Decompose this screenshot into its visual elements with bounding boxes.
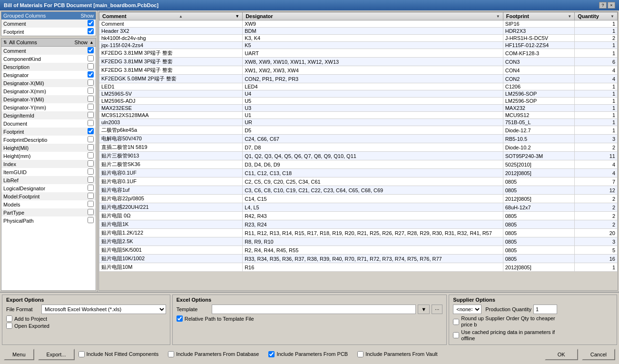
table-row[interactable]: 贴片二极管SK36 D3, D4, D6, D9 5025[2010] 4 (99, 160, 618, 169)
all-col-checkbox[interactable] (88, 55, 94, 61)
file-format-select[interactable]: Microsoft Excel Worksheet (*.xls) (41, 305, 166, 314)
template-browse-btn[interactable]: ··· (432, 305, 442, 314)
table-row[interactable]: hk4100f-dc24v-shg K3, K4 J-HRS1H-S-DC5V … (99, 35, 618, 42)
all-col-checkbox[interactable] (88, 152, 94, 158)
all-col-show[interactable] (86, 208, 96, 216)
open-exported-checkbox[interactable] (6, 323, 12, 329)
include-params-vault-checkbox[interactable] (357, 351, 364, 357)
table-row[interactable]: 贴片电阻5K/5001 R2, R4, R44, R45, R55 0805 5 (99, 246, 618, 255)
close-button[interactable]: × (608, 2, 615, 9)
supplier-select[interactable]: <none> (453, 305, 481, 314)
grouped-col-checkbox[interactable] (88, 20, 94, 26)
grouped-col-show[interactable] (86, 28, 96, 36)
all-col-checkbox[interactable] (88, 63, 94, 69)
all-col-show[interactable] (86, 128, 96, 136)
all-col-checkbox[interactable] (88, 112, 94, 118)
all-col-show[interactable] (86, 55, 96, 63)
all-col-checkbox[interactable] (88, 185, 94, 191)
all-col-checkbox[interactable] (88, 128, 94, 134)
data-table-container[interactable]: Comment ▲ ▼ Designator ▼ (98, 11, 618, 291)
all-col-show[interactable] (86, 103, 96, 111)
table-row[interactable]: KF2EDG 3.81MM 4P端子 整套 XW1, XW2, XW3, XW4… (99, 66, 618, 75)
grouped-col-show[interactable] (86, 20, 96, 28)
table-row[interactable]: MAX232ESE U3 MAX232 1 (99, 105, 618, 112)
all-col-show[interactable] (86, 168, 96, 176)
all-col-show[interactable] (86, 63, 96, 71)
all-col-show[interactable] (86, 200, 96, 208)
template-input[interactable] (212, 305, 416, 314)
cached-pricing-checkbox[interactable] (453, 332, 459, 338)
table-row[interactable]: 贴片电阻1.2K/122 R11, R12, R13, R14, R15, R1… (99, 229, 618, 237)
include-not-fitted-checkbox[interactable] (79, 351, 85, 357)
all-col-show[interactable] (86, 160, 96, 168)
comment-filter-icon[interactable]: ▼ (235, 14, 239, 19)
table-row[interactable]: 贴片电感220UH/221 L4, L5 68uH-12x7 2 (99, 203, 618, 212)
all-col-show[interactable] (86, 144, 96, 152)
all-col-checkbox[interactable] (88, 160, 94, 167)
table-row[interactable]: LED1 LED4 C1206 1 (99, 83, 618, 90)
designator-sort-icon[interactable]: ▼ (496, 14, 500, 19)
table-row[interactable]: KF2EDGK 5.08MM 2P端子 整套 CON2, PR1, PR2, P… (99, 75, 618, 83)
table-row[interactable]: KF2EDG 3.81MM 3P端子 整套 UART COM-KF128-3 1 (99, 49, 618, 58)
help-button[interactable]: ? (599, 2, 607, 9)
export-button[interactable]: Export... (38, 349, 75, 360)
all-col-checkbox[interactable] (88, 209, 94, 215)
window-controls[interactable]: ? × (599, 2, 615, 9)
table-row[interactable]: 贴片电阻10K/1002 R33, R34, R35, R36, R37, R3… (99, 255, 618, 263)
all-col-checkbox[interactable] (88, 96, 94, 102)
all-col-show[interactable] (86, 216, 96, 225)
table-row[interactable]: 直插二极管1N 5819 D7, D8 Diode-10.2 2 (99, 143, 618, 152)
all-col-checkbox[interactable] (88, 71, 94, 78)
table-row[interactable]: 电解电容50V/470 C24, C66, C67 RB5-10.5 3 (99, 135, 618, 143)
footprint-sort-icon[interactable]: ▼ (568, 14, 571, 19)
table-row[interactable]: 贴片电容22p/0805 C14, C15 2012[0805] 2 (99, 195, 618, 203)
all-col-show[interactable] (86, 71, 96, 79)
ok-button[interactable]: OK (545, 349, 578, 360)
table-row[interactable]: Header 3X2 BDM HDR2X3 1 (99, 28, 618, 35)
all-col-show[interactable] (86, 79, 96, 87)
all-col-checkbox[interactable] (88, 177, 94, 183)
th-quantity[interactable]: Quantity ▼ (575, 12, 618, 20)
all-col-show[interactable] (86, 184, 96, 192)
table-row[interactable]: jqx-115f-024-2zs4 K5 HF115F-012-2ZS4 1 (99, 42, 618, 49)
table-row[interactable]: 贴片电阻2.5K R8, R9, R10 0805 3 (99, 237, 618, 246)
table-row[interactable]: Comment XW9 SIP16 1 (99, 20, 618, 28)
all-col-checkbox[interactable] (88, 88, 94, 94)
include-params-pcb-checkbox[interactable] (268, 351, 275, 357)
production-qty-input[interactable] (533, 305, 557, 314)
all-cols-scroll-up[interactable]: ▲ (89, 40, 94, 45)
all-col-show[interactable] (86, 136, 96, 144)
template-dropdown-btn[interactable]: ▼ (418, 305, 430, 314)
all-col-checkbox[interactable] (88, 104, 94, 110)
all-col-show[interactable] (86, 119, 96, 128)
all-col-show[interactable] (86, 192, 96, 200)
relative-path-checkbox[interactable] (177, 315, 183, 322)
all-col-show[interactable] (86, 95, 96, 103)
table-row[interactable]: 贴片三极管9013 Q1, Q2, Q3, Q4, Q5, Q6, Q7, Q8… (99, 152, 618, 160)
all-col-checkbox[interactable] (88, 201, 94, 207)
all-col-checkbox[interactable] (88, 136, 94, 142)
table-row[interactable]: uln2003 UR 751B-05_L 1 (99, 119, 618, 126)
all-col-show[interactable] (86, 87, 96, 95)
table-row[interactable]: 贴片电容0.1UF C11, C12, C13, C18 2012[0805] … (99, 169, 618, 177)
add-to-project-checkbox[interactable] (6, 315, 12, 322)
table-row[interactable]: 贴片电阻10M R16 2012[0805] 1 (99, 263, 618, 272)
th-designator[interactable]: Designator ▼ (243, 12, 503, 20)
all-col-checkbox[interactable] (88, 193, 94, 199)
comment-sort-icon[interactable]: ▲ (179, 14, 183, 19)
menu-button[interactable]: Menu (4, 349, 34, 360)
include-params-db-checkbox[interactable] (168, 351, 174, 357)
all-col-checkbox[interactable] (88, 144, 94, 150)
th-footprint[interactable]: Footprint ▼ (503, 12, 575, 20)
cancel-button[interactable]: Cancel (582, 349, 615, 360)
quantity-sort-icon[interactable]: ▼ (610, 14, 614, 19)
table-row[interactable]: 贴片电阻1K R23, R24 0805 2 (99, 220, 618, 229)
table-row[interactable]: KF2EDG 3.81MM 3P端子 整套 XW8, XW9, XW10, XW… (99, 58, 618, 66)
th-comment[interactable]: Comment ▲ ▼ (99, 12, 243, 20)
all-col-checkbox[interactable] (88, 79, 94, 86)
all-col-show[interactable] (86, 176, 96, 184)
all-col-checkbox[interactable] (88, 168, 94, 175)
table-row[interactable]: 贴片电容0.1UF C2, C5, C9, C20, C25, C34, C61… (99, 177, 618, 186)
grouped-col-checkbox[interactable] (88, 28, 94, 34)
table-row[interactable]: MC9S12XS128MAA U1 MCU9S12 1 (99, 112, 618, 119)
